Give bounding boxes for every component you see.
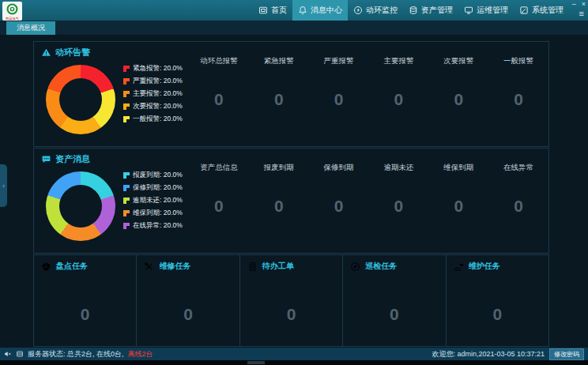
legend-item: 一般报警: 20.0% [123,115,183,124]
legend-item: 紧急报警: 20.0% [123,64,183,73]
section-title: 资产消息 [55,153,90,165]
stat-value: 0 [249,90,309,109]
task-label: 维护任务 [469,261,500,272]
dashboard-section: 动环告警 紧急报警: 20.0% 严重报警: 20.0% 主要报警: 20.0%… [33,41,549,147]
menu-button[interactable]: ≡ [579,9,584,18]
stat-label: 严重报警 [309,56,369,66]
server-icon [16,350,24,358]
stat-value: 0 [249,197,309,216]
tab-bar: 消息概况 [0,21,588,35]
taskbar-item [247,361,265,364]
nav-label: 资产管理 [421,5,453,16]
task-card: 维修任务 0 [137,255,239,346]
task-card: 盘点任务 0 [34,255,137,346]
legend-swatch-icon [123,210,130,216]
section-icon [41,47,51,58]
stat-value: 0 [488,197,548,216]
legend-item: 保修到期: 20.0% [123,183,183,193]
stat-column: 动环总报警 0 [189,56,249,146]
donut-chart [46,171,115,241]
nav-icon [353,6,363,15]
legend-label: 逾期未还: 20.0% [133,196,183,205]
stat-label: 动环总报警 [189,56,249,66]
server-offline-alert: 离线2台 [128,349,153,359]
legend-label: 主要报警: 20.0% [133,89,183,99]
app-window: 西高电气 首页 消息中心 动环监控 资产管理 运维管理 系统管理 – × ≡ 消… [0,0,588,365]
task-card: 待办工单 0 [240,255,343,346]
legend-label: 次要报警: 20.0% [133,102,183,111]
task-value: 0 [343,305,445,324]
legend-swatch-icon [123,66,130,72]
task-icon [144,262,154,272]
nav-icon [258,6,268,15]
title-bar: 西高电气 首页 消息中心 动环监控 资产管理 运维管理 系统管理 – × ≡ [0,0,588,21]
legend-swatch-icon [123,78,130,85]
task-value: 0 [137,305,239,324]
section-header: 动环告警 [41,47,189,58]
stat-column: 保修到期 0 [309,163,369,253]
logo-icon [6,2,19,16]
stat-column: 报废到期 0 [249,163,309,253]
stat-label: 保修到期 [309,163,369,173]
stat-value: 0 [488,90,548,109]
section-stats: 资产总信息 0 报废到期 0 保修到期 0 逾期未还 0 维保到期 0 在线异常… [189,149,548,253]
stat-column: 紧急报警 0 [249,56,309,146]
task-value: 0 [34,305,136,324]
donut-chart [46,65,115,134]
section-icon [41,154,51,164]
taskbar-strip [0,360,588,365]
task-value: 0 [447,305,548,324]
section-stats: 动环总报警 0 紧急报警 0 严重报警 0 主要报警 0 次要报警 0 一般报警… [189,42,548,146]
stat-label: 紧急报警 [249,56,309,66]
legend-swatch-icon [123,185,130,191]
task-label: 盘点任务 [56,261,88,272]
task-value: 0 [240,305,342,324]
stat-label: 一般报警 [488,56,548,66]
nav-label: 消息中心 [311,5,342,16]
stat-value: 0 [309,90,369,109]
speaker-muted-icon[interactable] [4,350,12,358]
legend-label: 维保到期: 20.0% [133,209,183,218]
minimize-button[interactable]: – [572,1,576,8]
legend-swatch-icon [123,223,130,229]
nav-label: 首页 [271,5,287,16]
stat-value: 0 [368,90,428,109]
stat-label: 主要报警 [368,56,428,66]
nav-item[interactable]: 消息中心 [292,0,348,21]
nav-label: 运维管理 [477,5,508,16]
close-button[interactable]: × [582,1,586,8]
legend-swatch-icon [123,198,130,204]
main-content: 动环告警 紧急报警: 20.0% 严重报警: 20.0% 主要报警: 20.0%… [33,35,549,347]
stat-value: 0 [368,197,428,216]
stat-column: 维保到期 0 [428,163,488,253]
legend-label: 一般报警: 20.0% [133,115,183,124]
stat-column: 一般报警 0 [488,56,548,146]
nav-icon [298,6,307,15]
stat-column: 主要报警 0 [368,56,428,146]
legend-swatch-icon [123,103,130,110]
stat-label: 维保到期 [428,163,488,173]
nav-label: 动环监控 [366,5,398,16]
nav-item[interactable]: 运维管理 [458,0,514,21]
stat-value: 0 [189,197,249,216]
section-header: 资产消息 [41,153,189,165]
section-title: 动环告警 [55,47,90,58]
status-bar: 服务器状态: 总共2台, 在线0台, 离线2台 欢迎您: admin,2021-… [0,348,588,360]
nav-item[interactable]: 系统管理 [514,0,569,21]
stat-column: 逾期未还 0 [368,163,428,253]
change-password-button[interactable]: 修改密码 [549,348,584,360]
legend-label: 保修到期: 20.0% [133,183,183,193]
tab-message-overview[interactable]: 消息概况 [6,21,55,35]
legend-item: 报废到期: 20.0% [123,171,183,180]
legend-swatch-icon [123,172,130,179]
legend-item: 逾期未还: 20.0% [123,196,183,205]
legend-item: 维保到期: 20.0% [123,209,183,218]
nav-item[interactable]: 动环监控 [348,0,403,21]
stat-label: 在线异常 [488,163,548,173]
chart-legend: 报废到期: 20.0% 保修到期: 20.0% 逾期未还: 20.0% 维保到期… [123,171,183,241]
nav-item[interactable]: 资产管理 [403,0,458,21]
sidebar-collapse-handle[interactable]: ‹ [0,164,7,207]
nav-item[interactable]: 首页 [253,0,292,21]
nav-icon [409,6,418,15]
legend-label: 在线异常: 20.0% [133,221,183,231]
